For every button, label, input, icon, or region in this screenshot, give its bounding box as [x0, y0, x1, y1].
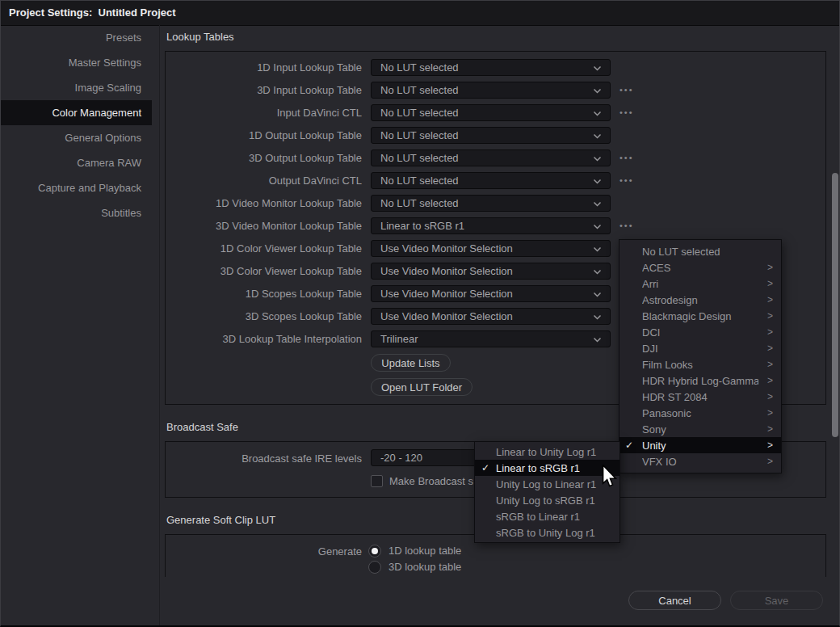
submenu-arrow-icon: >	[758, 294, 773, 305]
sidebar-item-presets[interactable]: Presets	[1, 25, 152, 50]
menu-item-unity-log-to-linear-r1[interactable]: Unity Log to Linear r1	[475, 476, 620, 492]
window-title: Project Settings: Untitled Project	[9, 1, 176, 25]
menu-item-label: ACES	[642, 262, 758, 274]
lut-options-button[interactable]: •••	[620, 82, 634, 99]
lut-row: Input DaVinci CTLNo LUT selected•••	[165, 101, 826, 124]
select-value: No LUT selected	[380, 105, 459, 120]
sidebar-item-color-management[interactable]: Color Management	[1, 100, 152, 125]
chevron-down-icon	[593, 88, 602, 94]
save-button[interactable]: Save	[730, 591, 823, 610]
input-davinci-ctl-select[interactable]: No LUT selected	[371, 104, 611, 121]
radio-1d-lookup-table-label: 1D lookup table	[388, 543, 461, 559]
3d-color-viewer-lookup-table-select[interactable]: Use Video Monitor Selection	[371, 263, 611, 280]
menu-item-label: HDR Hybrid Log-Gamma	[642, 375, 758, 387]
sidebar-item-subtitles[interactable]: Subtitles	[1, 200, 152, 225]
menu-item-linear-to-unity-log-r1[interactable]: Linear to Unity Log r1	[475, 444, 620, 460]
menu-item-label: Unity	[642, 440, 758, 452]
1d-output-lookup-table-select[interactable]: No LUT selected	[371, 127, 611, 144]
lut-row: 1D Input Lookup TableNo LUT selected	[165, 56, 826, 78]
menu-item-vfx-io[interactable]: VFX IO>	[620, 453, 781, 469]
menu-item-label: Linear to Unity Log r1	[496, 446, 597, 458]
menu-item-film-looks[interactable]: Film Looks>	[620, 356, 781, 372]
lut-options-button[interactable]: •••	[620, 149, 634, 166]
mouse-cursor-icon	[602, 465, 618, 488]
section-title-lookup-tables: Lookup Tables	[166, 31, 234, 44]
lut-row: 3D Input Lookup TableNo LUT selected•••	[165, 78, 826, 101]
1d-scopes-lookup-table-select[interactable]: Use Video Monitor Selection	[371, 285, 611, 302]
3d-video-monitor-lookup-table-select[interactable]: Linear to sRGB r1	[371, 217, 611, 234]
submenu-arrow-icon: >	[758, 375, 773, 386]
lut-options-button[interactable]: •••	[620, 217, 634, 234]
unity-lut-submenu: Linear to Unity Log r1✓Linear to sRGB r1…	[474, 441, 620, 543]
menu-item-label: Unity Log to sRGB r1	[496, 494, 597, 507]
chevron-down-icon	[593, 314, 602, 320]
3d-scopes-lookup-table-label: 3D Scopes Lookup Table	[165, 308, 362, 325]
lut-options-button[interactable]: •••	[620, 104, 634, 121]
output-davinci-ctl-select[interactable]: No LUT selected	[371, 172, 611, 189]
update-lists-button[interactable]: Update Lists	[371, 354, 451, 372]
menu-item-astrodesign[interactable]: Astrodesign>	[620, 292, 781, 308]
make-broadcast-safe-checkbox[interactable]	[371, 475, 383, 487]
1d-color-viewer-lookup-table-select[interactable]: Use Video Monitor Selection	[371, 240, 611, 257]
menu-item-arri[interactable]: Arri>	[620, 276, 781, 292]
submenu-arrow-icon: >	[758, 391, 773, 402]
menu-item-linear-to-srgb-r1[interactable]: ✓Linear to sRGB r1	[475, 460, 620, 476]
sidebar-item-capture-and-playback[interactable]: Capture and Playback	[1, 175, 152, 200]
menu-item-aces[interactable]: ACES>	[620, 259, 781, 276]
3d-input-lookup-table-label: 3D Input Lookup Table	[165, 82, 362, 99]
menu-item-srgb-to-linear-r1[interactable]: sRGB to Linear r1	[475, 508, 620, 524]
submenu-arrow-icon: >	[758, 440, 773, 451]
menu-item-unity-log-to-srgb-r1[interactable]: Unity Log to sRGB r1	[475, 492, 620, 508]
menu-item-unity[interactable]: ✓Unity>	[620, 437, 781, 453]
cancel-button[interactable]: Cancel	[628, 591, 721, 610]
chevron-down-icon	[593, 246, 602, 252]
1d-input-lookup-table-select[interactable]: No LUT selected	[371, 59, 611, 76]
3d-scopes-lookup-table-select[interactable]: Use Video Monitor Selection	[371, 308, 611, 325]
sidebar-item-general-options[interactable]: General Options	[1, 125, 152, 150]
menu-item-label: Sony	[642, 423, 758, 436]
select-value: Use Video Monitor Selection	[380, 263, 513, 279]
settings-sidebar: PresetsMaster SettingsImage ScalingColor…	[1, 25, 152, 225]
menu-item-srgb-to-unity-log-r1[interactable]: sRGB to Unity Log r1	[475, 524, 620, 541]
make-broadcast-safe-label: Make Broadcast s	[389, 473, 473, 490]
menu-item-label: No LUT selected	[642, 246, 758, 258]
menu-item-label: Astrodesign	[642, 294, 758, 306]
menu-item-label: DCI	[642, 326, 758, 339]
submenu-arrow-icon: >	[758, 343, 773, 354]
radio-3d-lookup-table[interactable]	[368, 561, 381, 574]
3d-input-lookup-table-select[interactable]: No LUT selected	[371, 82, 611, 99]
input-davinci-ctl-label: Input DaVinci CTL	[165, 104, 362, 121]
open-lut-folder-button[interactable]: Open LUT Folder	[371, 378, 472, 396]
menu-item-dji[interactable]: DJI>	[620, 340, 781, 356]
menu-item-hdr-st-2084[interactable]: HDR ST 2084>	[620, 389, 781, 405]
menu-item-dci[interactable]: DCI>	[620, 324, 781, 340]
menu-item-sony[interactable]: Sony>	[620, 421, 781, 437]
project-settings-window: Project Settings: Untitled Project Prese…	[0, 0, 840, 627]
ire-levels-label: Broadcast safe IRE levels	[165, 450, 362, 467]
sidebar-divider	[159, 25, 160, 625]
1d-video-monitor-lookup-table-select[interactable]: No LUT selected	[371, 195, 611, 212]
3d-output-lookup-table-label: 3D Output Lookup Table	[165, 149, 362, 166]
radio-1d-lookup-table[interactable]	[368, 545, 381, 558]
section-title-soft-clip: Generate Soft Clip LUT	[166, 514, 275, 527]
select-value: Use Video Monitor Selection	[380, 309, 513, 324]
3d-lookup-table-interpolation-select[interactable]: Trilinear	[371, 330, 611, 347]
chevron-down-icon	[593, 269, 602, 275]
lut-options-button[interactable]: •••	[620, 172, 634, 189]
3d-output-lookup-table-select[interactable]: No LUT selected	[371, 149, 611, 166]
select-value: Use Video Monitor Selection	[380, 286, 513, 301]
menu-item-hdr-hybrid-log-gamma[interactable]: HDR Hybrid Log-Gamma>	[620, 372, 781, 389]
menu-item-panasonic[interactable]: Panasonic>	[620, 405, 781, 421]
sidebar-item-image-scaling[interactable]: Image Scaling	[1, 75, 152, 100]
menu-item-no-lut-selected[interactable]: No LUT selected	[620, 243, 781, 259]
generate-label: Generate	[165, 543, 362, 560]
menu-item-blackmagic-design[interactable]: Blackmagic Design>	[620, 308, 781, 324]
radio-3d-lookup-table-label: 3D lookup table	[388, 559, 461, 575]
vertical-scrollbar-thumb[interactable]	[832, 173, 838, 437]
chevron-down-icon	[593, 337, 602, 343]
menu-item-label: Unity Log to Linear r1	[496, 478, 597, 490]
sidebar-item-master-settings[interactable]: Master Settings	[1, 50, 152, 75]
menu-item-label: Blackmagic Design	[642, 310, 758, 322]
lut-row: Output DaVinci CTLNo LUT selected•••	[165, 169, 826, 191]
sidebar-item-camera-raw[interactable]: Camera RAW	[1, 150, 152, 175]
